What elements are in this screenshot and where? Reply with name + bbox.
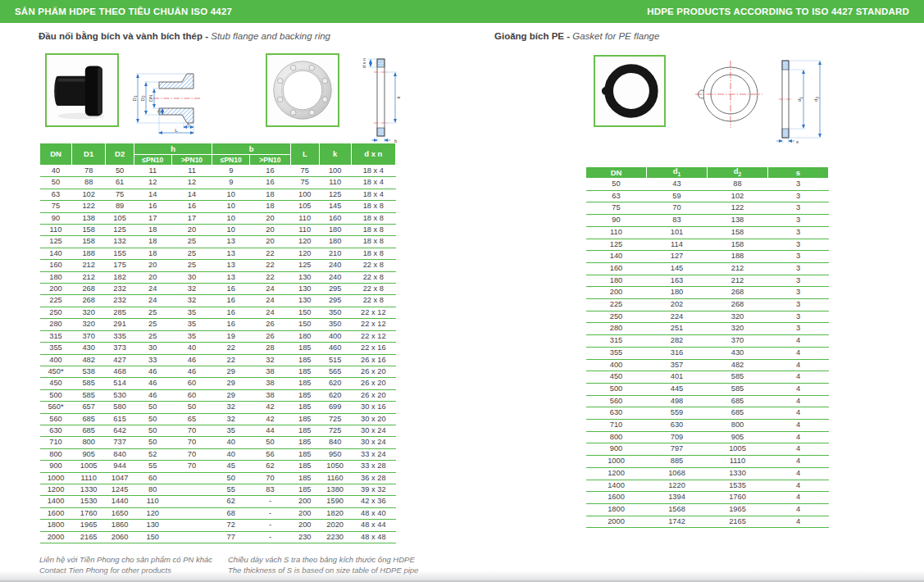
table-cell: 2000 <box>586 516 647 528</box>
table-cell: 50 <box>250 437 291 448</box>
table-cell: 158 <box>72 225 106 236</box>
table-row: 16001760165012068-200182048 x 40 <box>40 507 396 519</box>
table-row: 2002682322432162413029522 x 8 <box>40 284 396 295</box>
table-cell: 29 <box>212 389 250 401</box>
table-row: 8007099054 <box>586 431 829 443</box>
table-cell: 33 x 24 <box>351 448 395 460</box>
table-cell: 46 <box>171 354 212 366</box>
table-cell: 75 <box>290 166 319 177</box>
table-cell: 560 <box>586 395 647 407</box>
table-row: 560*6575805050324218569930 x 16 <box>40 402 396 413</box>
table-cell: 350 <box>319 307 351 318</box>
dim-label-k: k <box>396 96 401 99</box>
table-cell: 3 <box>768 239 829 251</box>
table-cell: 29 <box>212 378 250 389</box>
table-cell: 370 <box>72 330 106 342</box>
table-row: 1800156819654 <box>586 503 829 516</box>
table-cell: 26 <box>250 330 291 342</box>
table-cell: 180 <box>319 236 351 248</box>
table-cell: 22 x 12 <box>351 319 395 330</box>
table-row: 63102751414101810012518 x 4 <box>40 189 396 200</box>
table-cell: 30 x 24 <box>351 425 395 436</box>
section-title-vietnamese: Gioăng bích PE - <box>494 31 572 41</box>
stub-flange-table: DN D1 D2 h b L k d x n ≤PN10 >PN10 ≤PN10… <box>39 143 396 543</box>
table-cell: 180 <box>319 225 351 236</box>
table-cell: 130 <box>290 271 319 283</box>
table-cell: 22 x 16 <box>351 343 395 354</box>
table-cell: 1000 <box>586 456 647 468</box>
table-cell: 20 <box>250 212 291 224</box>
table-cell: 13 <box>212 248 250 259</box>
table-row: 1600139417604 <box>586 492 829 504</box>
table-cell: 50 <box>134 425 171 436</box>
table-cell: 24 <box>134 284 171 295</box>
col-header-d1: d1 <box>647 167 708 179</box>
table-cell: 46 <box>134 378 171 389</box>
dim-label-s: S <box>157 110 162 113</box>
table-cell: 48 x 48 <box>351 531 395 543</box>
table-cell: - <box>250 531 291 543</box>
table-cell: 50 <box>134 413 171 425</box>
table-cell: 315 <box>586 335 647 348</box>
table-cell: 4 <box>768 516 829 528</box>
table-cell: 10 <box>212 225 250 236</box>
table-cell: 50 <box>134 402 171 413</box>
table-cell: 401 <box>647 371 708 384</box>
table-cell: 120 <box>134 507 171 519</box>
table-cell: 155 <box>106 248 134 259</box>
table-cell: 585 <box>72 378 106 389</box>
table-cell: 48 x 44 <box>351 520 395 531</box>
table-cell: 905 <box>708 431 768 443</box>
table-cell: 130 <box>134 520 171 531</box>
table-cell: 800 <box>72 437 106 448</box>
table-cell: 1068 <box>647 467 708 480</box>
table-cell: 559 <box>647 407 708 420</box>
table-cell: 373 <box>106 343 134 354</box>
table-cell: 9 <box>212 166 250 177</box>
table-cell: 630 <box>40 425 72 436</box>
table-row: 75122891616101810514518 x 8 <box>40 201 396 212</box>
table-cell: 1005 <box>72 461 106 472</box>
table-cell: 200 <box>290 507 319 519</box>
table-cell: 140 <box>586 251 647 263</box>
table-cell: 48 x 40 <box>351 507 395 519</box>
table-cell: 110 <box>586 226 647 239</box>
table-cell: 1047 <box>106 472 134 484</box>
table-cell: 445 <box>647 383 708 395</box>
table-cell: 16 <box>171 201 212 212</box>
table-cell: 430 <box>72 343 106 354</box>
dim-label-d2: D2 <box>140 95 147 101</box>
table-cell: 185 <box>290 413 319 425</box>
col-header-s: s <box>768 167 829 179</box>
table-row: 63591023 <box>586 190 829 202</box>
table-cell: 400 <box>319 330 351 342</box>
table-cell: 16 <box>212 319 250 330</box>
table-cell: 268 <box>72 295 106 307</box>
section-title-english: Stub flange and backing ring <box>211 31 330 41</box>
table-cell: 100 <box>319 166 351 177</box>
table-cell: 83 <box>647 215 708 227</box>
table-row: 90079710054 <box>586 443 829 456</box>
table-cell: 160 <box>586 262 647 275</box>
table-cell: 26 x 20 <box>351 389 395 401</box>
table-row: 1200106813304 <box>586 467 829 480</box>
table-cell: 22 <box>250 271 291 283</box>
table-cell: 840 <box>106 448 134 460</box>
dim-label-d1: d1 <box>797 97 803 102</box>
table-cell: 4 <box>768 420 829 432</box>
table-cell: 1400 <box>40 496 72 507</box>
table-cell: 560 <box>40 413 72 425</box>
table-cell: 320 <box>72 307 106 318</box>
table-cell: 14 <box>134 189 171 200</box>
table-cell: 4 <box>768 335 829 348</box>
table-cell: 1330 <box>708 467 768 480</box>
table-cell: 240 <box>319 260 351 271</box>
table-cell: 1742 <box>647 516 708 528</box>
table-cell <box>171 472 212 484</box>
table-cell: 685 <box>708 407 768 420</box>
gasket-front-drawing <box>694 59 764 130</box>
table-cell: 16 <box>250 166 291 177</box>
table-cell: 1530 <box>72 496 106 507</box>
table-cell: 132 <box>106 236 134 248</box>
table-row: 4504015854 <box>586 371 829 384</box>
